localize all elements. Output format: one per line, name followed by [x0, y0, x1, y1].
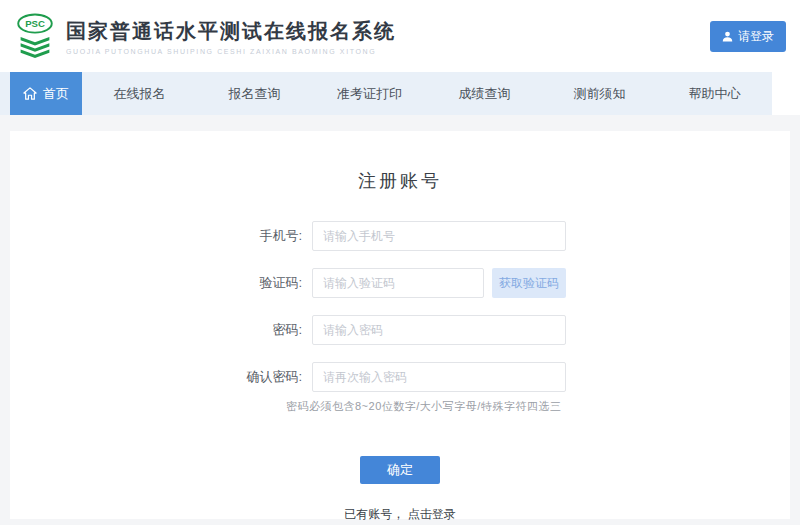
password-rule-hint: 密码必须包含8~20位数字/大小写字母/特殊字符四选三 — [286, 399, 566, 414]
login-hint-link[interactable]: 点击登录 — [408, 507, 456, 521]
password-input[interactable] — [312, 315, 566, 345]
nav-wrap: 首页 在线报名 报名查询 准考证打印 成绩查询 测前须知 帮助中心 — [0, 72, 800, 115]
phone-input[interactable] — [312, 221, 566, 251]
confirm-password-input[interactable] — [312, 362, 566, 392]
nav-item-label: 首页 — [43, 85, 69, 103]
password-label: 密码: — [234, 321, 312, 339]
header: PSC 国家普通话水平测试在线报名系统 GUOJIA PUTONGHUA SHU… — [0, 0, 800, 72]
submit-button[interactable]: 确定 — [360, 456, 440, 484]
nav-item-label: 在线报名 — [114, 85, 166, 103]
nav-item-label: 准考证打印 — [337, 85, 402, 103]
nav-item-score-inquiry[interactable]: 成绩查询 — [427, 72, 542, 115]
psc-logo-icon: PSC — [12, 12, 58, 60]
nav-item-label: 帮助中心 — [689, 85, 741, 103]
site-title: 国家普通话水平测试在线报名系统 — [66, 18, 396, 45]
main-nav: 首页 在线报名 报名查询 准考证打印 成绩查询 测前须知 帮助中心 — [0, 72, 772, 115]
register-form: 手机号: 验证码: 获取验证码 密码: 确认密码: 密码必须包含8~20位数字/… — [234, 221, 566, 523]
nav-item-admission-ticket-print[interactable]: 准考证打印 — [312, 72, 427, 115]
site-subtitle: GUOJIA PUTONGHUA SHUIPING CESHI ZAIXIAN … — [66, 48, 396, 55]
nav-item-online-registration[interactable]: 在线报名 — [82, 72, 197, 115]
nav-item-home[interactable]: 首页 — [10, 72, 82, 115]
nav-item-help-center[interactable]: 帮助中心 — [657, 72, 772, 115]
user-icon — [722, 31, 733, 42]
password-row: 密码: — [234, 315, 566, 345]
page-title: 注册账号 — [10, 169, 790, 193]
register-card: 注册账号 手机号: 验证码: 获取验证码 密码: 确认密码: 密码必须包含8~2… — [10, 131, 790, 519]
phone-label: 手机号: — [234, 227, 312, 245]
site-title-block: 国家普通话水平测试在线报名系统 GUOJIA PUTONGHUA SHUIPIN… — [66, 18, 396, 55]
nav-item-label: 成绩查询 — [459, 85, 511, 103]
login-hint: 已有账号， 点击登录 — [234, 506, 566, 523]
logo-text: PSC — [25, 18, 45, 29]
nav-item-pretest-notice[interactable]: 测前须知 — [542, 72, 657, 115]
confirm-password-row: 确认密码: — [234, 362, 566, 392]
code-row: 验证码: 获取验证码 — [234, 268, 566, 298]
nav-item-label: 报名查询 — [229, 85, 281, 103]
code-input[interactable] — [312, 268, 484, 298]
login-hint-prefix: 已有账号， — [344, 507, 404, 521]
code-label: 验证码: — [234, 274, 312, 292]
login-button[interactable]: 请登录 — [710, 21, 786, 52]
get-code-button[interactable]: 获取验证码 — [492, 268, 566, 298]
page-background: 注册账号 手机号: 验证码: 获取验证码 密码: 确认密码: 密码必须包含8~2… — [0, 115, 800, 519]
phone-row: 手机号: — [234, 221, 566, 251]
confirm-password-label: 确认密码: — [234, 368, 312, 386]
nav-item-label: 测前须知 — [574, 85, 626, 103]
home-icon — [23, 87, 37, 100]
login-button-label: 请登录 — [738, 28, 774, 45]
nav-item-registration-inquiry[interactable]: 报名查询 — [197, 72, 312, 115]
